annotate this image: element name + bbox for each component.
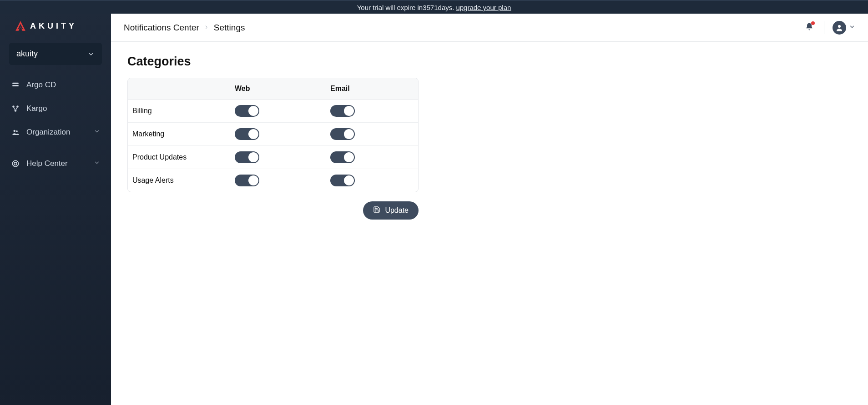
svg-point-8 bbox=[14, 162, 17, 165]
trial-banner-days: 3571 bbox=[423, 4, 438, 11]
trial-banner-text-suffix: days. bbox=[438, 4, 454, 11]
update-button[interactable]: Update bbox=[363, 201, 419, 220]
toggle-billing-web[interactable] bbox=[235, 105, 259, 117]
sidebar-item-label: Organization bbox=[26, 128, 70, 137]
sidebar-item-label: Help Center bbox=[26, 159, 68, 168]
sidebar-nav: Argo CD Kargo Organization bbox=[0, 73, 111, 175]
table-row: Usage Alerts bbox=[128, 169, 418, 192]
org-selector[interactable]: akuity bbox=[9, 43, 102, 65]
akuity-logo-icon bbox=[15, 20, 26, 32]
page-title: Categories bbox=[127, 55, 852, 69]
toggle-knob-icon bbox=[248, 175, 258, 185]
toggle-usage-alerts-web[interactable] bbox=[235, 175, 259, 186]
table-row: Product Updates bbox=[128, 146, 418, 169]
toggle-knob-icon bbox=[344, 129, 354, 139]
svg-point-9 bbox=[838, 25, 841, 28]
toggle-marketing-web[interactable] bbox=[235, 128, 259, 140]
row-label: Billing bbox=[128, 101, 230, 120]
sidebar-item-label: Argo CD bbox=[26, 80, 56, 90]
categories-table: Web Email Billing Marketing Product Upda… bbox=[127, 78, 419, 192]
svg-rect-0 bbox=[12, 83, 19, 84]
chevron-right-icon bbox=[204, 24, 209, 32]
toggle-marketing-email[interactable] bbox=[330, 128, 355, 140]
toggle-knob-icon bbox=[248, 152, 258, 162]
table-header: Web Email bbox=[128, 78, 418, 100]
breadcrumb-notifications-center[interactable]: Notifications Center bbox=[124, 23, 199, 33]
avatar-icon bbox=[833, 21, 846, 35]
toggle-product-updates-email[interactable] bbox=[330, 151, 355, 163]
trial-banner-text-prefix: Your trial will expire in bbox=[357, 4, 423, 11]
svg-point-6 bbox=[16, 130, 18, 132]
col-header-empty bbox=[128, 82, 230, 95]
branch-icon bbox=[11, 105, 20, 113]
trial-banner: Your trial will expire in 3571 days. upg… bbox=[0, 0, 868, 14]
lifebuoy-icon bbox=[11, 160, 20, 168]
toggle-usage-alerts-email[interactable] bbox=[330, 175, 355, 186]
table-row: Marketing bbox=[128, 123, 418, 146]
update-row: Update bbox=[127, 201, 419, 220]
stack-icon bbox=[11, 81, 20, 89]
sidebar-item-kargo[interactable]: Kargo bbox=[0, 97, 111, 120]
toggle-billing-email[interactable] bbox=[330, 105, 355, 117]
brand-name: AKUITY bbox=[30, 21, 77, 31]
row-label: Product Updates bbox=[128, 148, 230, 167]
topbar-right bbox=[803, 20, 855, 35]
users-icon bbox=[11, 128, 20, 136]
breadcrumb-settings[interactable]: Settings bbox=[214, 23, 245, 33]
chevron-down-icon bbox=[94, 159, 100, 168]
toggle-knob-icon bbox=[248, 106, 258, 116]
sidebar: AKUITY akuity Argo CD Kargo bbox=[0, 14, 111, 405]
chevron-down-icon bbox=[94, 128, 100, 137]
toggle-knob-icon bbox=[248, 129, 258, 139]
svg-rect-1 bbox=[12, 85, 19, 86]
col-header-email: Email bbox=[326, 78, 418, 99]
sidebar-item-help-center[interactable]: Help Center bbox=[0, 152, 111, 175]
row-label: Marketing bbox=[128, 125, 230, 144]
col-header-web: Web bbox=[230, 78, 326, 99]
notifications-bell-button[interactable] bbox=[803, 20, 816, 35]
sidebar-item-label: Kargo bbox=[26, 104, 47, 113]
save-icon bbox=[373, 206, 380, 215]
content: Categories Web Email Billing Marketing bbox=[111, 42, 868, 232]
row-label: Usage Alerts bbox=[128, 171, 230, 190]
notification-dot-icon bbox=[811, 21, 815, 25]
chevron-down-icon bbox=[87, 50, 95, 58]
org-selector-label: akuity bbox=[16, 49, 38, 59]
chevron-down-icon bbox=[849, 24, 855, 32]
breadcrumb: Notifications Center Settings bbox=[124, 23, 245, 33]
vertical-divider bbox=[824, 21, 824, 34]
main-area: Notifications Center Settings bbox=[111, 14, 868, 405]
sidebar-item-argo-cd[interactable]: Argo CD bbox=[0, 73, 111, 97]
toggle-knob-icon bbox=[344, 106, 354, 116]
account-menu[interactable] bbox=[833, 21, 855, 35]
toggle-knob-icon bbox=[344, 175, 354, 185]
upgrade-plan-link[interactable]: upgrade your plan bbox=[456, 4, 511, 11]
topbar: Notifications Center Settings bbox=[111, 14, 868, 42]
brand-logo: AKUITY bbox=[0, 14, 111, 39]
update-button-label: Update bbox=[385, 206, 409, 215]
svg-point-5 bbox=[14, 130, 16, 132]
table-row: Billing bbox=[128, 100, 418, 123]
sidebar-item-organization[interactable]: Organization bbox=[0, 120, 111, 144]
sidebar-divider bbox=[0, 148, 111, 148]
toggle-knob-icon bbox=[344, 152, 354, 162]
toggle-product-updates-web[interactable] bbox=[235, 151, 259, 163]
